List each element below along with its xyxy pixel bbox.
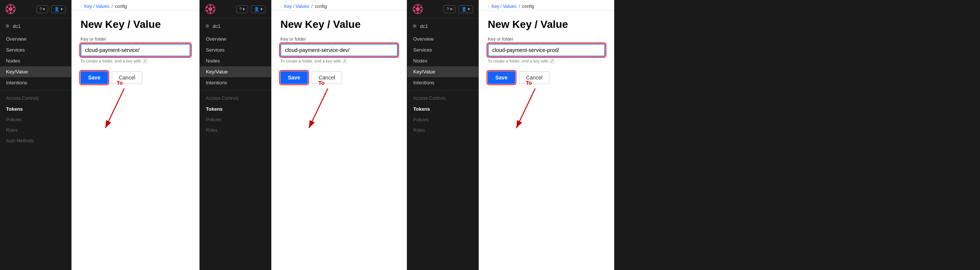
form-hint-3: To create a folder, end a key with / — [488, 58, 605, 64]
svg-point-4 — [13, 10, 14, 11]
sidebar-2-item-intentions[interactable]: Intentions — [200, 77, 271, 88]
svg-point-5 — [10, 12, 11, 13]
sidebar-3-item-services[interactable]: Services — [407, 45, 478, 55]
sidebar-item-policies[interactable]: Policies — [0, 115, 71, 125]
sidebar-2-item-keyvalue[interactable]: Key/Value — [200, 66, 271, 77]
sidebar-2-item-access-controls[interactable]: Access Controls — [200, 93, 271, 104]
button-group-1: Save Cancel — [81, 71, 191, 84]
svg-point-3 — [13, 6, 14, 8]
sidebar-2-item-tokens[interactable]: Tokens — [200, 104, 271, 115]
breadcrumb-keyvalues[interactable]: Key / Values — [84, 4, 109, 9]
form-area-3: Key or folder To create a folder, end a … — [479, 37, 614, 84]
breadcrumb-2-keyvalues[interactable]: Key / Values — [284, 4, 309, 9]
svg-point-6 — [6, 10, 8, 11]
sidebar-3-item-policies[interactable]: Policies — [407, 115, 478, 125]
segment-2: ? ▾ 👤 ▾ ❄ dc1 Overview Services Nodes Ke… — [200, 0, 407, 270]
sidebar-3-item-keyvalue[interactable]: Key/Value — [407, 66, 478, 77]
cancel-button-1[interactable]: Cancel — [112, 71, 143, 84]
cancel-button-2[interactable]: Cancel — [312, 71, 342, 84]
help-button-2[interactable]: ? ▾ — [236, 5, 248, 13]
form-label-3: Key or folder — [488, 37, 605, 42]
dc-name: dc1 — [13, 23, 21, 29]
breadcrumb-chevron-icon: ‹ — [81, 4, 82, 9]
sidebar-3-item-access-controls[interactable]: Access Controls — [407, 93, 478, 104]
sidebar-item-roles[interactable]: Roles — [0, 125, 71, 136]
nav-section-2: Overview Services Nodes Key/Value Intent… — [200, 32, 271, 137]
key-input-3[interactable] — [488, 44, 605, 56]
sidebar-2-item-overview[interactable]: Overview — [200, 34, 271, 45]
sidebar-item-nodes[interactable]: Nodes — [0, 55, 71, 66]
sidebar-3-item-intentions[interactable]: Intentions — [407, 77, 478, 88]
breadcrumb-3-keyvalues[interactable]: Key / Values — [492, 4, 516, 9]
save-button-1[interactable]: Save — [81, 71, 108, 84]
breadcrumb-sep: / — [111, 4, 113, 9]
sidebar-header-3-controls: ? ▾ 👤 ▾ — [444, 5, 473, 13]
page-title-2: New Key / Value — [271, 11, 407, 37]
hint-text-2: To create a folder, end a key with — [280, 59, 341, 63]
main-content-1: ‹ Key / Values / config New Key / Value … — [72, 0, 199, 270]
svg-point-18 — [206, 6, 208, 8]
breadcrumb-3: ‹ Key / Values / config — [479, 0, 614, 11]
sidebar-item-overview[interactable]: Overview — [0, 34, 71, 45]
sidebar-item-services[interactable]: Services — [0, 45, 71, 55]
breadcrumb-2-chevron-icon: ‹ — [280, 4, 282, 9]
svg-point-27 — [417, 12, 418, 13]
svg-point-7 — [6, 6, 8, 8]
form-label-1: Key or folder — [81, 37, 191, 42]
breadcrumb-3-sep: / — [519, 4, 520, 9]
svg-point-24 — [417, 5, 418, 6]
sidebar-header-controls: ? ▾ 👤 ▾ — [37, 5, 66, 13]
sidebar-2-item-nodes[interactable]: Nodes — [200, 55, 271, 66]
sidebar-item-keyvalue[interactable]: Key/Value — [0, 66, 71, 77]
sidebar-item-access-controls[interactable]: Access Controls — [0, 93, 71, 104]
hint-code-1: / — [142, 58, 148, 64]
form-hint-1: To create a folder, end a key with / — [81, 58, 191, 64]
sidebar-header-1: ? ▾ 👤 ▾ — [0, 0, 71, 18]
user-button-3[interactable]: 👤 ▾ — [458, 5, 473, 13]
sidebar-2-item-policies[interactable]: Policies — [200, 115, 271, 125]
dc-label-3: ❄ dc1 — [407, 18, 478, 32]
dc-icon-2: ❄ — [205, 23, 210, 29]
key-input-2[interactable] — [280, 44, 398, 56]
dc-label-2: ❄ dc1 — [200, 18, 271, 32]
sidebar-header-2-controls: ? ▾ 👤 ▾ — [236, 5, 266, 13]
form-area-2: Key or folder To create a folder, end a … — [271, 37, 407, 84]
sidebar-3-item-overview[interactable]: Overview — [407, 34, 478, 45]
sidebar-2-item-services[interactable]: Services — [200, 45, 271, 55]
user-button-2[interactable]: 👤 ▾ — [251, 5, 266, 13]
main-content-3: ‹ Key / Values / config New Key / Value … — [479, 0, 614, 270]
button-group-2: Save Cancel — [280, 71, 398, 84]
sidebar-3-item-tokens[interactable]: Tokens — [407, 104, 478, 115]
sidebar-header-3: ? ▾ 👤 ▾ — [407, 0, 478, 18]
dc-label-1: ❄ dc1 — [0, 18, 71, 32]
breadcrumb-3-config: config — [522, 4, 535, 9]
svg-point-17 — [206, 10, 208, 11]
dc-name-3: dc1 — [420, 23, 428, 29]
hint-code-3: / — [549, 58, 555, 64]
sidebar-2-item-roles[interactable]: Roles — [200, 125, 271, 136]
save-button-3[interactable]: Save — [488, 71, 515, 84]
nav-divider-3 — [407, 90, 478, 91]
dc-icon: ❄ — [5, 23, 10, 29]
sidebar-1: ? ▾ 👤 ▾ ❄ dc1 Overview Services Nodes Ke… — [0, 0, 72, 270]
help-button[interactable]: ? ▾ — [37, 5, 48, 13]
sidebar-item-auth-methods[interactable]: Auth Methods — [0, 136, 71, 146]
svg-point-16 — [210, 12, 211, 13]
help-button-3[interactable]: ? ▾ — [444, 5, 455, 13]
svg-point-26 — [420, 10, 422, 11]
svg-point-2 — [10, 5, 11, 6]
sidebar-item-intentions[interactable]: Intentions — [0, 77, 71, 88]
save-button-2[interactable]: Save — [280, 71, 308, 84]
consul-logo-2-icon — [205, 4, 216, 14]
nav-divider-1 — [0, 90, 71, 91]
cancel-button-3[interactable]: Cancel — [519, 71, 550, 84]
sidebar-3-item-nodes[interactable]: Nodes — [407, 55, 478, 66]
nav-section-1: Overview Services Nodes Key/Value Intent… — [0, 32, 71, 148]
sidebar-3: ? ▾ 👤 ▾ ❄ dc1 Overview Services Nodes Ke… — [407, 0, 479, 270]
sidebar-3-item-roles[interactable]: Roles — [407, 125, 478, 136]
svg-point-25 — [420, 6, 422, 8]
key-input-1[interactable] — [81, 44, 191, 56]
sidebar-item-tokens[interactable]: Tokens — [0, 104, 71, 115]
user-button[interactable]: 👤 ▾ — [51, 5, 66, 13]
button-group-3: Save Cancel — [488, 71, 605, 84]
